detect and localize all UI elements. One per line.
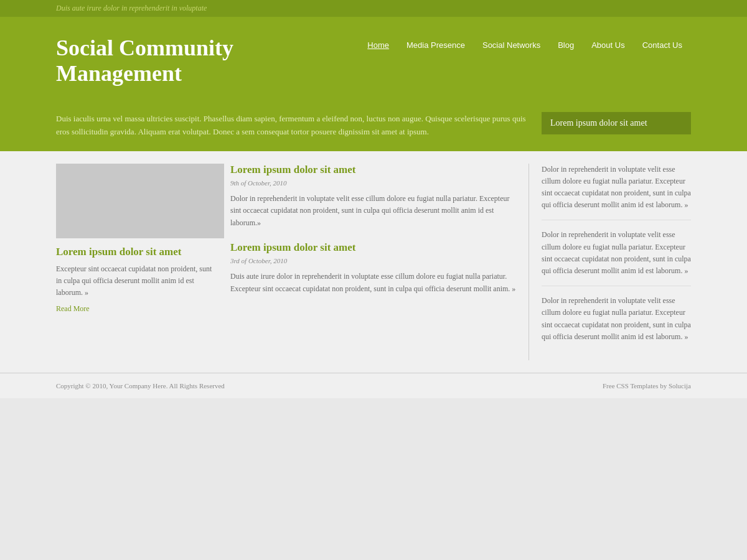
main-wrapper: Lorem ipsum dolor sit amet Excepteur sin… (0, 151, 747, 373)
site-title-line2: Management (56, 61, 233, 86)
hero-section: Duis iaculis urna vel massa ultricies su… (0, 112, 747, 151)
left-column: Lorem ipsum dolor sit amet Excepteur sin… (56, 164, 230, 360)
right-sidebar: Dolor in reprehenderit in voluptate veli… (542, 164, 691, 360)
nav-media-presence[interactable]: Media Presence (398, 40, 474, 50)
footer-copyright: Copyright © 2010, Your Company Here. All… (56, 382, 225, 390)
left-post-body: Excepteur sint occaecat cupidatat non pr… (56, 263, 218, 299)
content-area: Lorem ipsum dolor sit amet Excepteur sin… (56, 164, 529, 360)
left-post-title: Lorem ipsum dolor sit amet (56, 246, 218, 258)
footer-credit: Free CSS Templates by Solucija (603, 382, 691, 390)
footer: Copyright © 2010, Your Company Here. All… (44, 373, 703, 398)
article-2-body: Duis aute irure dolor in reprehenderit i… (230, 271, 516, 294)
hero-body: Duis iaculis urna vel massa ultricies su… (56, 112, 529, 139)
footer-wrapper: Copyright © 2010, Your Company Here. All… (0, 373, 747, 398)
main-nav: Home Media Presence Social Networks Blog… (359, 35, 691, 50)
article-1: Lorem ipsum dolor sit amet 9th of Octobe… (230, 164, 516, 229)
site-title-line1: Social Community (56, 35, 233, 61)
featured-image (56, 164, 224, 238)
sidebar-block-3-text: Dolor in reprehenderit in voluptate veli… (542, 295, 691, 343)
hero-sidebar: Lorem ipsum dolor sit amet (542, 112, 691, 139)
article-2: Lorem ipsum dolor sit amet 3rd of Octobe… (230, 241, 516, 295)
sidebar-block-3: Dolor in reprehenderit in voluptate veli… (542, 295, 691, 352)
nav-social-networks[interactable]: Social Networks (474, 40, 549, 50)
sidebar-block-2-text: Dolor in reprehenderit in voluptate veli… (542, 229, 691, 277)
middle-column: Lorem ipsum dolor sit amet 9th of Octobe… (230, 164, 529, 360)
nav-blog[interactable]: Blog (549, 40, 583, 50)
nav-contact-us[interactable]: Contact Us (634, 40, 691, 50)
sidebar-block-1: Dolor in reprehenderit in voluptate veli… (542, 164, 691, 221)
hero-sidebar-title: Lorem ipsum dolor sit amet (550, 118, 682, 128)
article-2-title: Lorem ipsum dolor sit amet (230, 241, 516, 254)
article-1-body: Dolor in reprehenderit in voluptate veli… (230, 193, 516, 229)
nav-about-us[interactable]: About Us (583, 40, 633, 50)
top-bar: Duis aute irure dolor in reprehenderit i… (0, 0, 747, 17)
header: Social Community Management Home Media P… (0, 17, 747, 112)
article-1-title: Lorem ipsum dolor sit amet (230, 164, 516, 176)
sidebar-block-2: Dolor in reprehenderit in voluptate veli… (542, 229, 691, 286)
read-more-link[interactable]: Read More (56, 304, 90, 313)
site-title: Social Community Management (56, 35, 233, 87)
topbar-text: Duis aute irure dolor in reprehenderit i… (56, 4, 691, 13)
hero-text: Duis iaculis urna vel massa ultricies su… (56, 112, 529, 139)
nav-home[interactable]: Home (359, 40, 398, 50)
article-2-date: 3rd of October, 2010 (230, 256, 516, 267)
article-1-date: 9th of October, 2010 (230, 178, 516, 189)
sidebar-block-1-text: Dolor in reprehenderit in voluptate veli… (542, 164, 691, 212)
